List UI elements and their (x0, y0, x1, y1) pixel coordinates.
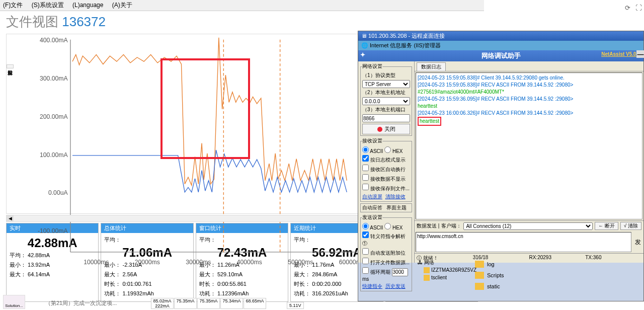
recv-settings-group: 接收设置 ASCII HEX 按日志模式显示 接收区自动换行 接收数据不显示 接… (360, 137, 412, 202)
rdp-titlebar[interactable]: 🖥 101.200.35.208 - 远程桌面连接 (358, 31, 643, 41)
folder-icon (475, 283, 484, 290)
stat-value: 0:01:00.761 (122, 281, 151, 287)
tree-root[interactable]: 🖧 网络 (418, 259, 476, 266)
log-line: [2024-05-23 15:59:05.838]# RECV ASCII FR… (418, 82, 640, 89)
stat-value: 1.12396mAh (217, 290, 249, 296)
sopt3-check[interactable] (362, 258, 369, 264)
sopt4-check[interactable] (362, 267, 369, 274)
send-button[interactable]: 发 (632, 231, 643, 253)
svg-text:10000ms: 10000ms (84, 259, 109, 266)
sopt1-check[interactable] (362, 231, 369, 238)
folder-list: logScriptsstatic (475, 259, 504, 292)
opt1-check[interactable] (362, 155, 369, 162)
log-line: #275619#amaziot4000mt#AF4000MT* (418, 89, 640, 96)
svg-text:20000ms: 20000ms (135, 259, 160, 266)
hex-radio[interactable] (384, 146, 391, 153)
log-highlight: hearttest (418, 117, 441, 126)
host-label: （2）本地主机地址 (362, 89, 410, 96)
theme-tab[interactable]: 界面主题 (386, 205, 407, 210)
mini-readout: 75.35mA (174, 298, 197, 309)
client-select[interactable]: All Connections (12) (463, 222, 593, 230)
clear-button[interactable]: √ 清除 (620, 222, 641, 230)
send-settings-group: 发送设置 ASCII HEX 转义符指令解析 ① 自动发送附加位 打开文件数据源… (360, 214, 412, 291)
host-select[interactable]: 0.0.0.0 (362, 97, 410, 105)
mini-readouts: 85.02mA222mA75.35mA75.35mA75.34mA68.65mA (151, 298, 266, 309)
menu-about[interactable]: (A)关于 (112, 2, 132, 9)
folder-item[interactable]: Scripts (475, 270, 504, 281)
client-label: 客户端： (441, 222, 461, 229)
close-button[interactable]: 关闭 (362, 124, 410, 134)
log-line: hearttest (418, 117, 640, 126)
log-line: [2024-05-23 16:00:06.326]# RECV ASCII FR… (418, 110, 640, 117)
svg-text:0.00uA: 0.00uA (48, 189, 68, 196)
ascii-radio[interactable] (362, 146, 369, 153)
proto-select[interactable]: TCP Server (362, 80, 410, 88)
folder-icon (475, 272, 484, 279)
expand-icon[interactable]: ⛶ (635, 4, 642, 12)
send-textbox[interactable]: http://www.cmsoft.cn (416, 232, 631, 252)
svg-text:200.00mA: 200.00mA (40, 113, 68, 120)
stat-value: 0:00:20.000 (312, 281, 341, 287)
stat-value: 1.19932mAh (122, 290, 153, 296)
record-icon (377, 127, 382, 132)
netassist-brand[interactable]: NetAssist V5.0.2 (601, 51, 640, 57)
history-link[interactable]: 历史发送 (385, 283, 406, 289)
svg-text:50000ms: 50000ms (288, 259, 313, 266)
svg-text:-100.00mA: -100.00mA (38, 227, 68, 235)
menu-file[interactable]: (F)文件 (3, 2, 23, 9)
solution-explorer-tab[interactable]: Solution... (3, 295, 25, 309)
voltage-readout: 5.11V (287, 302, 304, 309)
clear-recv-link[interactable]: 清除接收 (385, 194, 406, 199)
app-icon: ✦ (360, 51, 365, 58)
svg-text:400.00mA: 400.00mA (40, 37, 68, 44)
send-ascii-radio[interactable] (362, 223, 369, 229)
stat-value: 0:00:55.861 (217, 281, 247, 287)
menu-system[interactable]: (S)系统设置 (32, 2, 64, 9)
tree-item[interactable]: IZZTMA326R9Z5VZ (431, 267, 476, 273)
window-controls: ⟳ ⛶ (625, 4, 642, 12)
opt2-check[interactable] (362, 165, 369, 171)
net-settings-group: 网络设置 （1）协议类型 TCP Server （2）本地主机地址 0.0.0.… (360, 63, 412, 136)
folder-item[interactable]: static (475, 281, 504, 292)
proto-label: （1）协议类型 (362, 72, 410, 79)
settings-panel: 网络设置 （1）协议类型 TCP Server （2）本地主机地址 0.0.0.… (358, 61, 415, 263)
minimize-icon[interactable]: — (636, 50, 644, 58)
opt4-check[interactable] (362, 184, 369, 190)
log-area[interactable]: [2024-05-23 15:59:05.838]# Client 39.144… (416, 72, 642, 219)
disconnect-button[interactable]: ← 断开 (595, 222, 618, 230)
computer-icon (424, 275, 430, 281)
tree-item[interactable]: tsclient (431, 275, 447, 280)
trigger-window-tab[interactable]: 触发窗口 (7, 64, 14, 68)
mini-readout: 68.65mA (244, 298, 266, 309)
send-hex-radio[interactable] (384, 223, 391, 229)
stat-label: 功耗： (104, 290, 121, 296)
computer-icon (424, 267, 430, 273)
port-input[interactable] (362, 114, 410, 122)
svg-text:300.00mA: 300.00mA (40, 75, 68, 82)
cycle-input[interactable] (392, 268, 408, 276)
iis-titlebar: 🌐 Internet 信息服务 (IIS)管理器 (358, 41, 643, 50)
stat-label: 功耗： (294, 290, 310, 296)
menubar: (F)文件 (S)系统设置 (L)anguage (A)关于 (0, 0, 484, 11)
scroll-left-icon[interactable]: ◀ (7, 215, 14, 221)
opt3-check[interactable] (362, 174, 369, 181)
log-line: hearttest (418, 103, 640, 110)
annotation-highlight-box (160, 58, 250, 159)
file-id: 136372 (62, 14, 106, 29)
autoresp-tab[interactable]: 自动应答 (362, 205, 382, 210)
svg-text:30000ms: 30000ms (186, 259, 211, 266)
autoscroll-link[interactable]: 自动滚屏 (362, 194, 382, 199)
refresh-icon[interactable]: ⟳ (625, 4, 630, 12)
log-line: [2024-05-23 15:59:05.838]# Client 39.144… (418, 74, 640, 82)
port-label: （3）本地主机端口 (362, 106, 410, 113)
taskbar-item[interactable]: （第21周）完成一次沉淀项... (45, 299, 117, 307)
sopt2-check[interactable] (362, 248, 369, 255)
folder-item[interactable]: log (475, 259, 504, 270)
shortcut-link[interactable]: 快捷指令 (362, 283, 382, 289)
menu-language[interactable]: (L)anguage (72, 2, 103, 9)
tab-datalog[interactable]: 数据日志 (417, 62, 446, 71)
stat-label: 时长： (294, 281, 310, 287)
stat-label: 时长： (199, 281, 216, 287)
netassist-title: 网络调试助手 NetAssist V5.0.2 ✦ — (358, 50, 643, 61)
folder-icon (475, 261, 484, 268)
